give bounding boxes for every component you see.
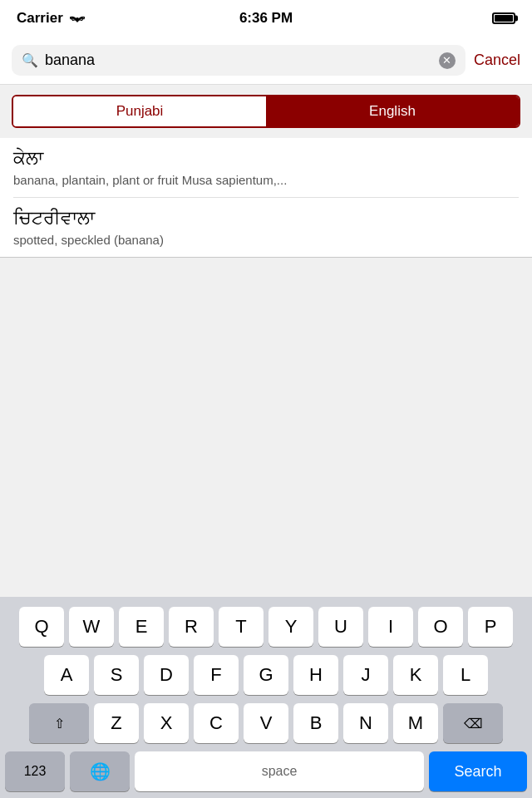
status-time: 6:36 PM bbox=[239, 10, 293, 27]
key-j[interactable]: J bbox=[343, 655, 388, 695]
result-item-2[interactable]: ਚਿਟਰੀਵਾਲਾ spotted, speckled (banana) bbox=[13, 198, 519, 257]
search-icon: 🔍 bbox=[22, 52, 38, 68]
globe-key[interactable]: 🌐 bbox=[70, 751, 130, 791]
carrier-label: Carrier bbox=[17, 10, 63, 27]
key-d[interactable]: D bbox=[144, 655, 189, 695]
key-n[interactable]: N bbox=[343, 703, 388, 743]
punjabi-tab[interactable]: Punjabi bbox=[13, 96, 266, 126]
search-input-wrapper[interactable]: 🔍 ✕ bbox=[12, 45, 466, 76]
key-w[interactable]: W bbox=[69, 607, 114, 647]
key-y[interactable]: Y bbox=[268, 607, 313, 647]
key-q[interactable]: Q bbox=[19, 607, 64, 647]
key-b[interactable]: B bbox=[293, 703, 338, 743]
english-tab[interactable]: English bbox=[266, 96, 519, 126]
result-heading-2: ਚਿਟਰੀਵਾਲਾ bbox=[13, 208, 519, 229]
result-heading-1: ਕੇਲਾ bbox=[13, 148, 519, 170]
keyboard-bottom-row: 123 🌐 space Search bbox=[5, 751, 527, 791]
battery-icon bbox=[492, 12, 515, 24]
key-u[interactable]: U bbox=[318, 607, 363, 647]
search-bar: 🔍 ✕ Cancel bbox=[0, 37, 532, 85]
key-t[interactable]: T bbox=[219, 607, 264, 647]
divider bbox=[0, 257, 532, 258]
keyboard: Q W E R T Y U I O P A S D F G H J K L ⇧ … bbox=[0, 597, 532, 798]
key-a[interactable]: A bbox=[44, 655, 89, 695]
result-desc-1: banana, plantain, plant or fruit Musa sa… bbox=[13, 173, 519, 187]
key-z[interactable]: Z bbox=[94, 703, 139, 743]
search-input[interactable] bbox=[45, 52, 432, 69]
key-c[interactable]: C bbox=[194, 703, 239, 743]
status-left: Carrier bbox=[17, 10, 85, 27]
key-r[interactable]: R bbox=[169, 607, 214, 647]
keyboard-row-2: A S D F G H J K L bbox=[5, 655, 527, 695]
numbers-key[interactable]: 123 bbox=[5, 751, 65, 791]
key-x[interactable]: X bbox=[144, 703, 189, 743]
key-h[interactable]: H bbox=[293, 655, 338, 695]
key-m[interactable]: M bbox=[393, 703, 438, 743]
key-s[interactable]: S bbox=[94, 655, 139, 695]
delete-key[interactable]: ⌫ bbox=[443, 703, 503, 743]
key-l[interactable]: L bbox=[443, 655, 488, 695]
key-e[interactable]: E bbox=[119, 607, 164, 647]
keyboard-row-1: Q W E R T Y U I O P bbox=[5, 607, 527, 647]
result-desc-2: spotted, speckled (banana) bbox=[13, 233, 519, 247]
segmented-control: Punjabi English bbox=[12, 95, 520, 128]
result-item-1[interactable]: ਕੇਲਾ banana, plantain, plant or fruit Mu… bbox=[13, 138, 519, 198]
status-bar: Carrier 6:36 PM bbox=[0, 0, 532, 37]
space-key[interactable]: space bbox=[135, 751, 424, 791]
key-k[interactable]: K bbox=[393, 655, 438, 695]
svg-point-0 bbox=[76, 20, 78, 22]
keyboard-row-3: ⇧ Z X C V B N M ⌫ bbox=[5, 703, 527, 743]
clear-button[interactable]: ✕ bbox=[439, 52, 456, 69]
status-right bbox=[492, 12, 515, 24]
wifi-icon bbox=[70, 11, 85, 26]
key-p[interactable]: P bbox=[468, 607, 513, 647]
key-f[interactable]: F bbox=[194, 655, 239, 695]
results-list: ਕੇਲਾ banana, plantain, plant or fruit Mu… bbox=[0, 138, 532, 257]
key-g[interactable]: G bbox=[244, 655, 288, 695]
cancel-button[interactable]: Cancel bbox=[474, 52, 520, 69]
search-key[interactable]: Search bbox=[429, 751, 527, 791]
shift-key[interactable]: ⇧ bbox=[29, 703, 89, 743]
key-v[interactable]: V bbox=[244, 703, 288, 743]
key-o[interactable]: O bbox=[418, 607, 463, 647]
key-i[interactable]: I bbox=[368, 607, 413, 647]
